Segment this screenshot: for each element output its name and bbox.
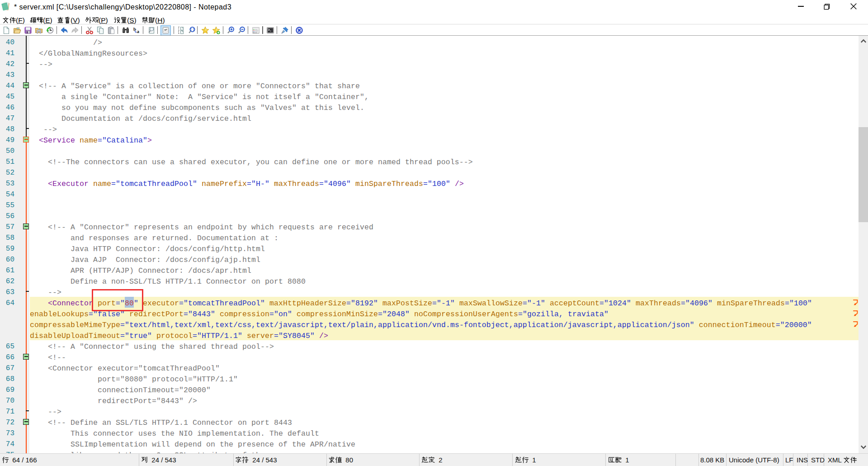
svg-text:a: a (137, 29, 139, 34)
svg-text:b: b (133, 26, 136, 32)
